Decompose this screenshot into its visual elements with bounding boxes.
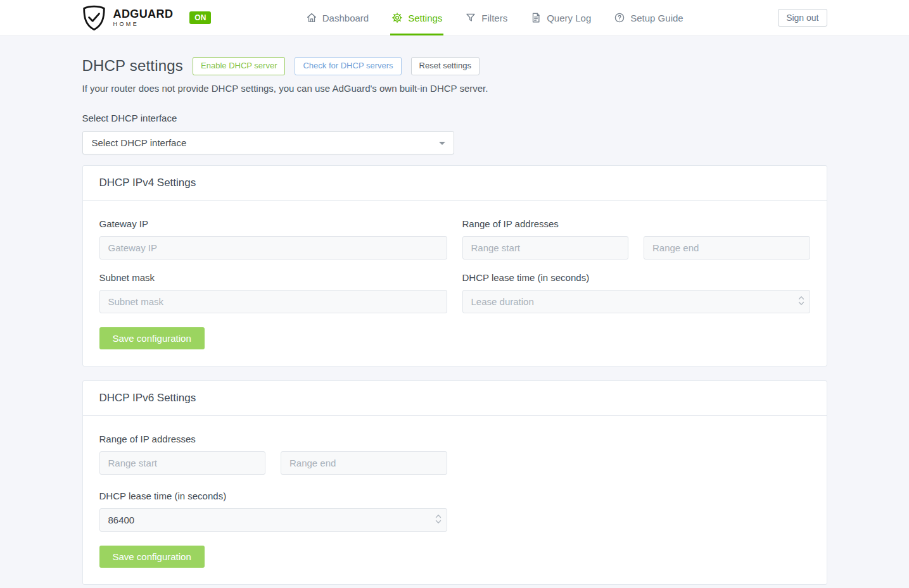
document-icon — [530, 12, 542, 23]
ipv4-range-label: Range of IP addresses — [462, 218, 810, 229]
question-circle-icon — [614, 12, 625, 23]
ipv4-lease-time-label: DHCP lease time (in seconds) — [462, 272, 810, 283]
adguard-logo: ADGUARD HOME ON — [82, 5, 212, 31]
gateway-ip-input[interactable] — [99, 236, 447, 260]
dhcp-interface-label: Select DHCP interface — [82, 113, 827, 123]
brand-name: ADGUARD — [113, 8, 174, 20]
nav-item-label: Filters — [481, 13, 507, 23]
ipv4-lease-duration-input[interactable] — [462, 290, 810, 313]
dhcp-ipv4-card: DHCP IPv4 Settings Gateway IP Range of I… — [82, 165, 827, 366]
number-spinner-icon[interactable] — [798, 295, 804, 306]
reset-settings-button[interactable]: Reset settings — [411, 57, 480, 75]
nav-item-label: Setup Guide — [630, 13, 683, 23]
ipv6-range-end-input[interactable] — [281, 451, 447, 475]
gateway-ip-label: Gateway IP — [99, 218, 447, 229]
number-spinner-icon[interactable] — [435, 513, 442, 525]
ipv4-range-end-input[interactable] — [644, 236, 810, 260]
dhcp-ipv6-card: DHCP IPv6 Settings Range of IP addresses… — [82, 380, 827, 585]
ipv6-lease-duration-input[interactable] — [99, 508, 447, 532]
nav-item-setupguide[interactable]: Setup Guide — [614, 0, 683, 35]
nav-item-dashboard[interactable]: Dashboard — [306, 0, 369, 35]
dhcp-interface-select[interactable]: Select DHCP interface — [82, 131, 454, 154]
app-header: ADGUARD HOME ON Dashboard — [0, 0, 909, 36]
ipv6-range-start-input[interactable] — [99, 451, 266, 475]
ipv6-range-label: Range of IP addresses — [99, 434, 447, 444]
ipv6-save-configuration-button[interactable]: Save configuration — [99, 546, 205, 568]
dhcp-interface-selected-value: Select DHCP interface — [92, 137, 187, 148]
nav-item-settings[interactable]: Settings — [391, 0, 442, 35]
main-nav: Dashboard Settings Filte — [211, 0, 778, 35]
brand-sub: HOME — [113, 22, 174, 27]
subnet-mask-label: Subnet mask — [99, 272, 447, 283]
ipv6-card-title: DHCP IPv6 Settings — [83, 381, 827, 416]
ipv4-save-configuration-button[interactable]: Save configuration — [99, 327, 205, 349]
gear-icon — [391, 12, 403, 23]
sign-out-button[interactable]: Sign out — [778, 9, 827, 27]
check-dhcp-servers-button[interactable]: Check for DHCP servers — [295, 57, 401, 75]
nav-item-label: Query Log — [547, 13, 591, 23]
shield-check-icon — [82, 5, 106, 31]
enable-dhcp-server-button[interactable]: Enable DHCP server — [193, 57, 285, 75]
status-badge: ON — [189, 11, 211, 24]
home-icon — [306, 12, 317, 23]
funnel-icon — [465, 12, 476, 23]
ipv4-card-title: DHCP IPv4 Settings — [83, 166, 827, 201]
ipv4-range-start-input[interactable] — [462, 236, 629, 260]
chevron-down-icon — [439, 142, 445, 145]
nav-item-label: Settings — [408, 13, 442, 23]
page-title: DHCP settings — [82, 57, 184, 75]
nav-item-filters[interactable]: Filters — [465, 0, 507, 35]
page-description: If your router does not provide DHCP set… — [82, 83, 827, 94]
subnet-mask-input[interactable] — [99, 290, 447, 313]
nav-item-querylog[interactable]: Query Log — [530, 0, 591, 35]
ipv6-lease-time-label: DHCP lease time (in seconds) — [99, 491, 447, 501]
nav-item-label: Dashboard — [322, 13, 369, 23]
